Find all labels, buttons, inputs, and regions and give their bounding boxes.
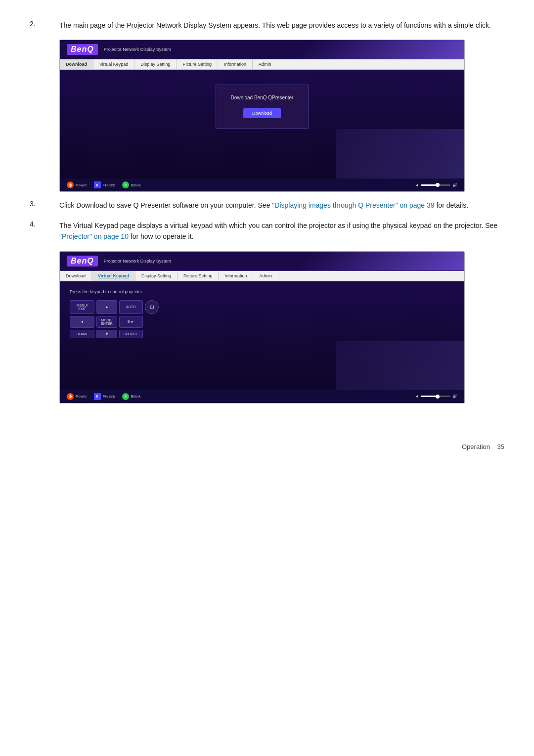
- kp-down[interactable]: ▼: [96, 330, 117, 338]
- download-card: Download BenQ QPresenter Download: [216, 85, 309, 129]
- freeze-label-2: Freeze: [103, 394, 115, 399]
- step-4-link[interactable]: "Projector" on page 10: [59, 232, 129, 240]
- volume-control-1: ◄ 🔊: [415, 183, 457, 187]
- power-icon-1: ⏻: [67, 181, 74, 188]
- nav-picture-setting-1[interactable]: Picture Setting: [177, 59, 218, 69]
- benq-nav-1: Download Virtual Keypad Display Setting …: [60, 59, 464, 70]
- freeze-label-1: Freeze: [103, 183, 115, 187]
- kp-empty-2: [145, 330, 159, 338]
- step-text-2: The main page of the Projector Network D…: [59, 20, 504, 31]
- kp-source[interactable]: SOURCE: [119, 330, 143, 338]
- volume-dot-1: [436, 183, 440, 187]
- nav-virtual-keypad-1[interactable]: Virtual Keypad: [93, 59, 134, 69]
- blank-icon-2: ⊘: [122, 393, 129, 400]
- download-button[interactable]: Download: [243, 108, 281, 118]
- benq-footer-2: ⏻ Power ⏸ Freeze ⊘ Blank ◄ 🔊: [60, 390, 464, 403]
- step-4-after: for how to operate it.: [129, 232, 194, 240]
- benq-subtitle-2: Projector Network Display System: [104, 259, 171, 264]
- step-num-2: 2.: [30, 20, 59, 28]
- kp-mode-enter[interactable]: MODE/ENTER: [96, 316, 117, 328]
- freeze-btn-1[interactable]: ⏸ Freeze: [94, 181, 115, 188]
- benq-logo-1: BenQ: [67, 44, 98, 55]
- volume-speaker-icon-2: 🔊: [452, 394, 457, 399]
- nav-picture-setting-2[interactable]: Picture Setting: [178, 271, 219, 281]
- step-num-4: 4.: [30, 220, 59, 228]
- content-area: 2. The main page of the Projector Networ…: [30, 20, 504, 450]
- power-label-2: Power: [76, 394, 87, 399]
- page-footer-num: 35: [497, 443, 504, 450]
- screenshot-1: BenQ Projector Network Display System Do…: [59, 40, 465, 192]
- nav-information-2[interactable]: Information: [219, 271, 253, 281]
- power-label-1: Power: [76, 183, 87, 187]
- power-btn-2[interactable]: ⏻ Power: [67, 393, 87, 400]
- freeze-btn-2[interactable]: ⏸ Freeze: [94, 393, 115, 400]
- freeze-icon-2: ⏸: [94, 393, 101, 400]
- nav-download-1[interactable]: Download: [60, 59, 93, 69]
- volume-control-2: ◄ 🔊: [415, 394, 457, 399]
- volume-icon-2: ◄: [415, 394, 419, 399]
- step-2: 2. The main page of the Projector Networ…: [30, 20, 504, 31]
- kp-auto[interactable]: AUTO: [119, 300, 143, 314]
- step-text-4: The Virtual Keypad page displays a virtu…: [59, 220, 504, 242]
- dark-overlay: [336, 129, 464, 178]
- blank-btn-1[interactable]: ⊘ Blank: [122, 181, 141, 188]
- keypad-area: Press the keypad to control projector. M…: [60, 281, 464, 346]
- power-icon-2: ⏻: [67, 393, 74, 400]
- nav-information-1[interactable]: Information: [218, 59, 253, 69]
- nav-display-setting-2[interactable]: Display Setting: [135, 271, 178, 281]
- volume-slider-2[interactable]: [421, 396, 450, 397]
- kp-empty-1: [145, 316, 159, 328]
- nav-download-2[interactable]: Download: [60, 271, 92, 281]
- nav-admin-1[interactable]: Admin: [253, 59, 278, 69]
- benq-ui-1: BenQ Projector Network Display System Do…: [60, 40, 464, 191]
- screenshot-2: BenQ Projector Network Display System Do…: [59, 251, 465, 403]
- power-btn-1[interactable]: ⏻ Power: [67, 181, 87, 188]
- kp-b-right[interactable]: B ►: [119, 316, 143, 328]
- benq-footer-1: ⏻ Power ⏸ Freeze ⊘ Blank ◄ 🔊: [60, 178, 464, 191]
- volume-speaker-icon-1: 🔊: [452, 183, 457, 187]
- kp-up[interactable]: ▲: [96, 300, 117, 314]
- dark-bg-1: Download BenQ QPresenter Download: [60, 70, 464, 178]
- step-4-text: The Virtual Keypad page displays a virtu…: [59, 222, 497, 229]
- volume-icon-1: ◄: [415, 183, 419, 187]
- keypad-label: Press the keypad to control projector.: [70, 289, 454, 294]
- volume-dot-2: [436, 395, 440, 399]
- nav-admin-2[interactable]: Admin: [253, 271, 278, 281]
- freeze-icon-1: ⏸: [94, 181, 101, 188]
- step-3-before: Click Download to save Q Presenter softw…: [59, 201, 272, 209]
- step-3-link[interactable]: "Displaying images through Q Presenter" …: [272, 201, 434, 209]
- step-3: 3. Click Download to save Q Presenter so…: [30, 200, 504, 211]
- page-footer: Operation 35: [30, 443, 504, 450]
- nav-virtual-keypad-2[interactable]: Virtual Keypad: [92, 271, 135, 281]
- step-4: 4. The Virtual Keypad page displays a vi…: [30, 220, 504, 242]
- blank-label-1: Blank: [131, 183, 141, 187]
- dark-bg-2: Press the keypad to control projector. M…: [60, 281, 464, 390]
- benq-header-1: BenQ Projector Network Display System: [60, 40, 464, 59]
- benq-ui-2: BenQ Projector Network Display System Do…: [60, 252, 464, 403]
- benq-logo-2: BenQ: [67, 256, 98, 267]
- step-text-3: Click Download to save Q Presenter softw…: [59, 200, 504, 211]
- dark-overlay-2: [336, 341, 464, 390]
- download-card-title: Download BenQ QPresenter: [231, 95, 294, 100]
- kp-blank[interactable]: BLANK: [70, 330, 94, 338]
- keypad-grid: MENU/EXIT ▲ AUTO ⏻ ◄ MODE/ENTER B ► BLAN…: [70, 300, 159, 338]
- nav-display-setting-1[interactable]: Display Setting: [134, 59, 177, 69]
- page-footer-text: Operation: [462, 443, 490, 450]
- kp-left[interactable]: ◄: [70, 316, 94, 328]
- benq-header-2: BenQ Projector Network Display System: [60, 252, 464, 271]
- benq-nav-2: Download Virtual Keypad Display Setting …: [60, 271, 464, 281]
- step-num-3: 3.: [30, 200, 59, 208]
- kp-power[interactable]: ⏻: [145, 300, 159, 314]
- blank-label-2: Blank: [131, 394, 141, 399]
- benq-subtitle-1: Projector Network Display System: [104, 47, 171, 52]
- blank-icon-1: ⊘: [122, 181, 129, 188]
- volume-slider-1[interactable]: [421, 184, 450, 186]
- kp-menu-exit[interactable]: MENU/EXIT: [70, 300, 94, 314]
- step-3-after: for details.: [435, 201, 468, 209]
- blank-btn-2[interactable]: ⊘ Blank: [122, 393, 141, 400]
